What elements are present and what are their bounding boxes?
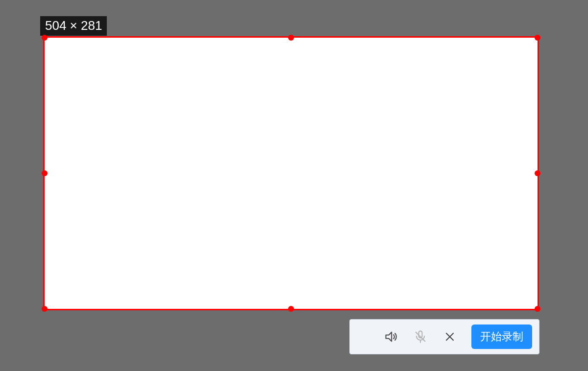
resize-handle-middle-right[interactable] (535, 170, 540, 176)
resize-handle-top-middle[interactable] (288, 35, 294, 41)
resize-handle-middle-left[interactable] (42, 170, 48, 176)
close-icon[interactable] (442, 329, 458, 345)
record-button-label: 开始录制 (480, 330, 523, 343)
selection-area[interactable] (43, 36, 539, 310)
dimension-text: 504 × 281 (45, 18, 102, 33)
dimension-badge: 504 × 281 (40, 16, 107, 36)
speaker-icon[interactable] (383, 329, 399, 345)
recording-toolbar: 开始录制 (349, 319, 539, 354)
resize-handle-bottom-left[interactable] (42, 306, 48, 312)
resize-handle-top-left[interactable] (42, 35, 48, 41)
resize-handle-bottom-right[interactable] (535, 306, 540, 312)
start-recording-button[interactable]: 开始录制 (471, 325, 532, 349)
svg-marker-0 (386, 332, 392, 342)
resize-handle-bottom-middle[interactable] (288, 306, 294, 312)
microphone-muted-icon[interactable] (413, 329, 428, 345)
resize-handle-top-right[interactable] (535, 35, 540, 41)
